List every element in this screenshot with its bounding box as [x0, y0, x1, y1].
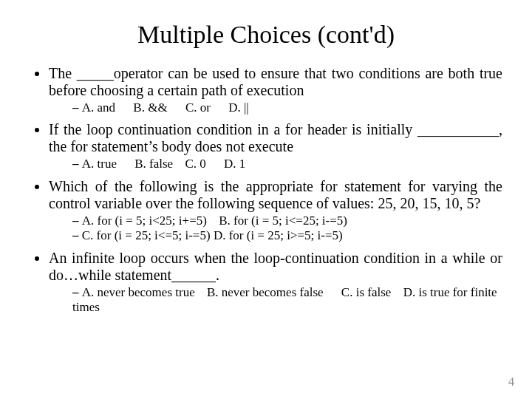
question-2-option-row: A. true B. false C. 0 D. 1 — [72, 157, 502, 171]
question-4-option-row: A. never becomes true B. never becomes f… — [72, 285, 502, 316]
question-4: An infinite loop occurs when the loop-co… — [49, 250, 502, 316]
option-b: B. never becomes false — [207, 285, 324, 299]
option-c: C. for (i = 25; i<=5; i-=5) — [82, 228, 211, 242]
option-d: D. 1 — [224, 157, 245, 171]
option-a: A. and — [82, 100, 115, 115]
slide: Multiple Choices (cont'd) The _____opera… — [0, 0, 532, 399]
option-c: C. 0 — [185, 157, 205, 171]
option-b: B. && — [133, 100, 167, 115]
slide-title: Multiple Choices (cont'd) — [30, 21, 502, 49]
option-c: C. is false — [341, 285, 392, 299]
option-a: A. never becomes true — [82, 285, 195, 299]
question-4-options: A. never becomes true B. never becomes f… — [49, 285, 502, 316]
option-d: D. for (i = 25; i>=5; i-=5) — [214, 228, 343, 242]
question-3-options: A. for (i = 5; i<25; i+=5) B. for (i = 5… — [49, 214, 502, 244]
question-1-option-row: A. and B. && C. or D. || — [72, 100, 502, 115]
question-2-options: A. true B. false C. 0 D. 1 — [49, 157, 502, 171]
question-1-options: A. and B. && C. or D. || — [49, 100, 502, 115]
option-b: B. false — [134, 157, 173, 171]
question-3-option-row-1: A. for (i = 5; i<25; i+=5) B. for (i = 5… — [72, 214, 502, 228]
question-2: If the loop continuation condition in a … — [49, 121, 502, 171]
option-a: A. for (i = 5; i<25; i+=5) — [82, 214, 207, 228]
question-list: The _____operator can be used to ensure … — [30, 65, 502, 315]
option-d: D. || — [228, 100, 249, 115]
question-3: Which of the following is the appropriat… — [49, 178, 502, 244]
question-2-text: If the loop continuation condition in a … — [49, 121, 502, 154]
question-4-text: An infinite loop occurs when the loop-co… — [49, 250, 502, 283]
option-c: C. or — [185, 100, 211, 115]
question-3-option-row-2: C. for (i = 25; i<=5; i-=5) D. for (i = … — [72, 228, 502, 243]
option-a: A. true — [82, 157, 117, 171]
question-1-text: The _____operator can be used to ensure … — [49, 65, 502, 98]
page-number: 4 — [508, 375, 514, 389]
option-b: B. for (i = 5; i<=25; i-=5) — [219, 214, 347, 228]
question-3-text: Which of the following is the appropriat… — [49, 178, 502, 211]
question-1: The _____operator can be used to ensure … — [49, 65, 502, 115]
